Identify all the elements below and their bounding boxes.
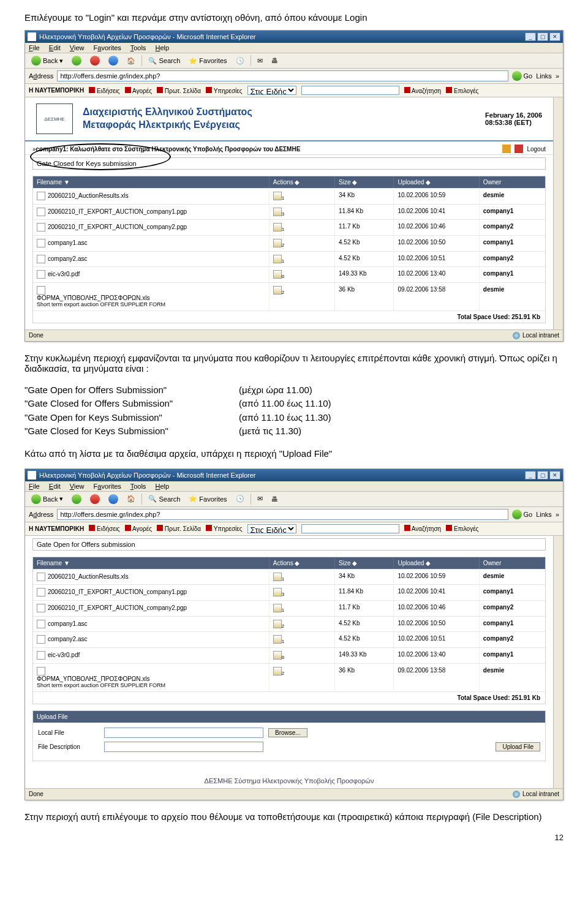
nav-item[interactable]: Υπηρεσίες: [214, 88, 243, 94]
actions-cell[interactable]: 3: [270, 205, 335, 220]
download-icon[interactable]: [273, 286, 282, 295]
mail-button[interactable]: ✉: [255, 494, 265, 503]
browse-button[interactable]: Browse...: [268, 728, 307, 737]
file-cell[interactable]: 20060210_AuctionResults.xls: [33, 570, 270, 585]
refresh-button[interactable]: [106, 494, 121, 505]
actions-cell[interactable]: 3: [270, 585, 335, 600]
close-button[interactable]: ✕: [549, 471, 560, 480]
file-cell[interactable]: eic-v3r0.pdf: [33, 648, 270, 663]
download-icon[interactable]: [273, 604, 282, 612]
menu-tools[interactable]: Tools: [130, 44, 146, 51]
actions-cell[interactable]: 2: [270, 617, 335, 632]
forward-button[interactable]: [69, 494, 84, 505]
links-label[interactable]: Links: [536, 511, 552, 518]
download-icon[interactable]: [273, 192, 282, 200]
download-icon[interactable]: [273, 223, 282, 231]
menu-view[interactable]: View: [70, 483, 85, 490]
nav-search[interactable]: Αναζήτηση: [412, 525, 441, 532]
home-button[interactable]: 🏠: [124, 494, 138, 503]
file-description-input[interactable]: [104, 742, 263, 752]
col-actions[interactable]: Actions ◆: [270, 176, 335, 188]
go-button[interactable]: Go: [512, 510, 533, 519]
col-size[interactable]: Size ◆: [335, 557, 394, 569]
col-actions[interactable]: Actions ◆: [270, 557, 335, 569]
nav-item[interactable]: Αγορές: [132, 88, 152, 94]
nav-item[interactable]: Πρωτ. Σελίδα: [165, 88, 201, 94]
download-icon[interactable]: [273, 651, 282, 660]
refresh-button[interactable]: [106, 55, 121, 66]
nav-item[interactable]: Ειδήσεις: [97, 88, 120, 94]
close-button[interactable]: ✕: [549, 32, 560, 41]
actions-cell[interactable]: 1: [270, 189, 335, 204]
actions-cell[interactable]: 1: [270, 601, 335, 616]
print-button[interactable]: 🖶: [269, 495, 281, 503]
nav-search-input[interactable]: [301, 524, 399, 533]
forward-button[interactable]: [69, 55, 84, 66]
favorites-button[interactable]: ⭐ Favorites: [186, 56, 229, 66]
address-input[interactable]: [57, 509, 508, 520]
home-icon[interactable]: [502, 145, 511, 153]
home-button[interactable]: 🏠: [124, 56, 138, 66]
download-icon[interactable]: [273, 208, 282, 216]
help-icon[interactable]: [514, 145, 523, 153]
nav-select[interactable]: Στις Ειδήσεις: [247, 86, 296, 95]
col-filename[interactable]: Filename ▼: [33, 557, 270, 569]
menu-edit[interactable]: Edit: [49, 483, 61, 490]
back-button[interactable]: Back ▾: [29, 494, 66, 505]
file-cell[interactable]: company2.asc: [33, 252, 270, 267]
file-cell[interactable]: 20060210_IT_EXPORT_AUCTION_company1.pgp: [33, 205, 270, 220]
menu-favorites[interactable]: Favorites: [94, 483, 121, 490]
menu-tools[interactable]: Tools: [130, 483, 146, 490]
logout-link[interactable]: Logout: [527, 146, 546, 152]
back-button[interactable]: Back ▾: [29, 55, 66, 66]
nav-item[interactable]: Αγορές: [132, 525, 152, 532]
actions-cell[interactable]: 2: [270, 236, 335, 251]
actions-cell[interactable]: 2: [270, 664, 335, 691]
minimize-button[interactable]: _: [525, 32, 536, 41]
stop-button[interactable]: [88, 55, 102, 66]
nav-item[interactable]: Ειδήσεις: [97, 525, 120, 532]
download-icon[interactable]: [273, 255, 282, 263]
history-button[interactable]: 🕓: [233, 494, 247, 503]
local-file-input[interactable]: [104, 728, 263, 738]
actions-cell[interactable]: 2: [270, 283, 335, 310]
file-cell[interactable]: 20060210_AuctionResults.xls: [33, 189, 270, 204]
favorites-button[interactable]: ⭐ Favorites: [186, 494, 229, 503]
actions-cell[interactable]: 1: [270, 632, 335, 647]
col-size[interactable]: Size ◆: [335, 176, 394, 188]
file-cell[interactable]: ΦΟΡΜΑ_ΥΠΟΒΟΛΗΣ_ΠΡΟΣΦΟΡΩΝ.xlsShort term e…: [33, 664, 270, 691]
nav-select[interactable]: Στις Ειδήσεις: [247, 524, 296, 533]
nav-options[interactable]: Επιλογές: [454, 525, 478, 532]
vertical-scrollbar[interactable]: [553, 536, 563, 788]
nav-item[interactable]: Πρωτ. Σελίδα: [165, 525, 201, 532]
actions-cell[interactable]: 1: [270, 570, 335, 585]
download-icon[interactable]: [273, 573, 282, 581]
col-uploaded[interactable]: Uploaded ◆: [394, 557, 479, 569]
stop-button[interactable]: [88, 494, 102, 505]
nav-search[interactable]: Αναζήτηση: [412, 88, 441, 94]
maximize-button[interactable]: ▢: [537, 32, 548, 41]
search-button[interactable]: 🔍 Search: [146, 56, 183, 66]
nav-options[interactable]: Επιλογές: [454, 88, 478, 94]
download-icon[interactable]: [273, 588, 282, 596]
address-input[interactable]: [57, 70, 508, 81]
actions-cell[interactable]: 0: [270, 648, 335, 663]
history-button[interactable]: 🕓: [233, 56, 247, 66]
actions-cell[interactable]: 1: [270, 220, 335, 235]
maximize-button[interactable]: ▢: [537, 471, 548, 480]
nav-item[interactable]: Υπηρεσίες: [214, 525, 243, 532]
download-icon[interactable]: [273, 635, 282, 644]
file-cell[interactable]: 20060210_IT_EXPORT_AUCTION_company2.pgp: [33, 601, 270, 616]
menu-help[interactable]: Help: [155, 44, 169, 51]
file-cell[interactable]: eic-v3r0.pdf: [33, 267, 270, 282]
file-cell[interactable]: ΦΟΡΜΑ_ΥΠΟΒΟΛΗΣ_ΠΡΟΣΦΟΡΩΝ.xlsShort term e…: [33, 283, 270, 310]
download-icon[interactable]: [273, 270, 282, 279]
menu-help[interactable]: Help: [155, 483, 169, 490]
minimize-button[interactable]: _: [525, 471, 536, 480]
file-cell[interactable]: 20060210_IT_EXPORT_AUCTION_company1.pgp: [33, 585, 270, 600]
file-cell[interactable]: company1.asc: [33, 236, 270, 251]
search-button[interactable]: 🔍 Search: [146, 494, 183, 503]
file-cell[interactable]: company1.asc: [33, 617, 270, 632]
menu-edit[interactable]: Edit: [49, 44, 61, 51]
nav-search-input[interactable]: [301, 86, 399, 95]
